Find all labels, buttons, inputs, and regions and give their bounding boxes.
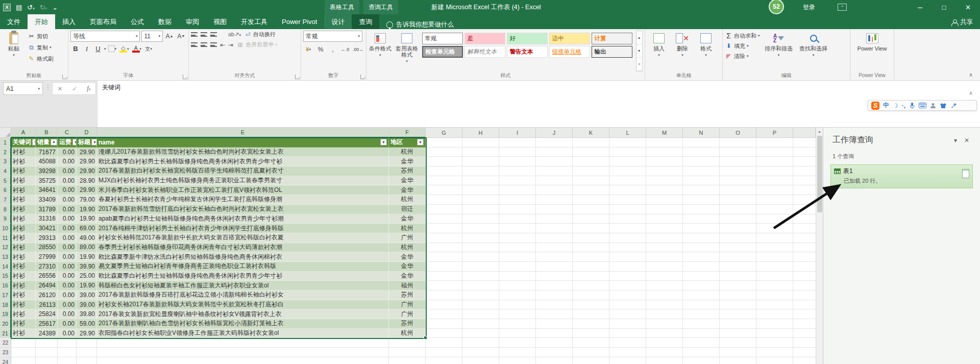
tab-开始[interactable]: 开始 xyxy=(28,14,55,29)
cell[interactable] xyxy=(756,176,793,186)
table-header-cell[interactable]: 销量▾ xyxy=(36,138,58,148)
cell[interactable] xyxy=(426,138,462,148)
number-format-select[interactable]: 常规▾ xyxy=(303,31,362,42)
cell[interactable] xyxy=(462,157,499,166)
cell-style-normal[interactable]: 常规 xyxy=(422,33,463,44)
cell[interactable] xyxy=(646,243,683,253)
cell[interactable] xyxy=(462,214,499,224)
cell[interactable]: 79.00 xyxy=(77,195,97,205)
cell[interactable]: 金华 xyxy=(389,185,426,195)
cell[interactable] xyxy=(646,262,683,272)
column-header-H[interactable]: H xyxy=(462,128,499,138)
format-cells-button[interactable]: 格式▾ xyxy=(694,31,718,71)
cell[interactable]: 衬衫 xyxy=(11,148,36,157)
cell[interactable]: 杭州 xyxy=(389,243,426,253)
cell[interactable] xyxy=(756,157,793,166)
cell[interactable] xyxy=(720,185,756,195)
cell[interactable] xyxy=(683,338,720,348)
conditional-formatting-button[interactable]: 条件格式 ▾ xyxy=(369,31,392,71)
cell[interactable]: 0.00 xyxy=(58,195,77,205)
cell[interactable]: 福州 xyxy=(389,281,426,290)
cell[interactable] xyxy=(683,300,720,310)
fill-button[interactable]: ⬇填充▾ xyxy=(725,41,760,51)
cell[interactable] xyxy=(683,348,720,357)
cell[interactable]: 29.90 xyxy=(77,185,97,195)
cell[interactable]: 2017春装新款韩范雪纺打底白衬衫女长袖白色时尚衬衣宽松女装上衣 xyxy=(97,205,389,214)
align-center-icon[interactable] xyxy=(201,42,207,47)
cell[interactable] xyxy=(609,224,646,233)
expand-formula-bar-icon[interactable]: ∧ xyxy=(969,90,973,96)
cell[interactable] xyxy=(499,148,536,157)
cell[interactable] xyxy=(97,348,389,357)
cell[interactable] xyxy=(573,262,609,272)
cell[interactable]: 31316 xyxy=(36,214,58,224)
cell[interactable] xyxy=(683,185,720,195)
cell[interactable] xyxy=(462,138,499,148)
cell[interactable]: 衬衫 xyxy=(11,300,36,310)
cell[interactable] xyxy=(646,138,683,148)
cell-style-bad[interactable]: 差 xyxy=(464,33,505,44)
cell[interactable]: 0.00 xyxy=(58,214,77,224)
cell[interactable] xyxy=(499,290,536,300)
cell[interactable] xyxy=(536,195,573,205)
cell[interactable] xyxy=(793,176,816,186)
cell[interactable] xyxy=(389,348,426,357)
cell[interactable] xyxy=(462,205,499,214)
format-as-table-button[interactable]: 套用表格格式 ▾ xyxy=(394,31,420,71)
cell[interactable] xyxy=(573,300,609,310)
cell[interactable]: 39298 xyxy=(36,166,58,176)
cell[interactable]: 2017春装新款喇叭袖白色雪纺衬衫女长袖韩版宽松小清新灯笼袖上衣 xyxy=(97,319,389,329)
cell[interactable] xyxy=(646,233,683,243)
collapse-ribbon-icon[interactable]: ∧ xyxy=(969,71,973,78)
cell[interactable]: 衬衫 xyxy=(11,243,36,253)
cell[interactable] xyxy=(793,338,816,348)
cell[interactable]: 29.90 xyxy=(77,329,97,338)
align-top-icon[interactable] xyxy=(191,32,198,37)
cell[interactable] xyxy=(573,166,609,176)
cell[interactable] xyxy=(573,176,609,186)
cell[interactable] xyxy=(426,148,462,157)
cell[interactable] xyxy=(720,262,756,272)
ime-skin-icon[interactable] xyxy=(940,103,947,109)
cell[interactable]: 米川春季白衬衫女装长袖职业工作正装宽松工装打底V领衬衣韩范OL xyxy=(97,185,389,195)
row-number-5[interactable]: 5 xyxy=(0,176,11,186)
cell[interactable] xyxy=(646,176,683,186)
bold-button[interactable]: B xyxy=(70,43,81,54)
row-number-21[interactable]: 21 xyxy=(0,329,11,338)
cell[interactable] xyxy=(11,338,36,348)
cell[interactable] xyxy=(756,348,793,357)
ime-language-toggle[interactable]: 中 xyxy=(883,101,889,110)
redo-button[interactable]: ↻▾ xyxy=(40,4,47,11)
cell[interactable] xyxy=(720,233,756,243)
cell[interactable] xyxy=(536,205,573,214)
cell[interactable]: 24389 xyxy=(36,329,58,338)
cell[interactable] xyxy=(462,319,499,329)
cell[interactable]: 0.00 xyxy=(58,329,77,338)
clipboard-dialog-launcher[interactable] xyxy=(62,75,67,79)
insert-function-icon[interactable]: fx xyxy=(87,85,90,92)
cell[interactable]: 金华 xyxy=(389,252,426,262)
cell[interactable]: 0.00 xyxy=(58,233,77,243)
cell[interactable] xyxy=(646,157,683,166)
cell[interactable]: 19.90 xyxy=(77,281,97,290)
cell[interactable] xyxy=(499,329,536,338)
cell[interactable] xyxy=(683,329,720,338)
cell[interactable] xyxy=(646,224,683,233)
cell-style-warn[interactable]: 警告文本 xyxy=(507,46,548,58)
cell[interactable]: 0.00 xyxy=(58,281,77,290)
borders-button[interactable]: ▾ xyxy=(107,43,118,54)
cell[interactable] xyxy=(793,205,816,214)
cell[interactable] xyxy=(536,243,573,253)
increase-decimal-button[interactable]: ←.0 xyxy=(340,44,350,55)
cell[interactable] xyxy=(426,214,462,224)
cell-style-explain[interactable]: 解释性文本 xyxy=(464,46,505,58)
font-size-select[interactable]: 11▾ xyxy=(141,31,163,42)
ime-toolbox-icon[interactable] xyxy=(950,103,957,109)
cell[interactable] xyxy=(426,252,462,262)
cell[interactable] xyxy=(77,338,97,348)
cell[interactable]: 衬衫 xyxy=(11,329,36,338)
close-button[interactable]: ✕ xyxy=(956,0,980,14)
cell[interactable] xyxy=(97,357,389,364)
formula-bar-value[interactable]: 关键词 xyxy=(102,83,120,92)
cell[interactable] xyxy=(426,319,462,329)
